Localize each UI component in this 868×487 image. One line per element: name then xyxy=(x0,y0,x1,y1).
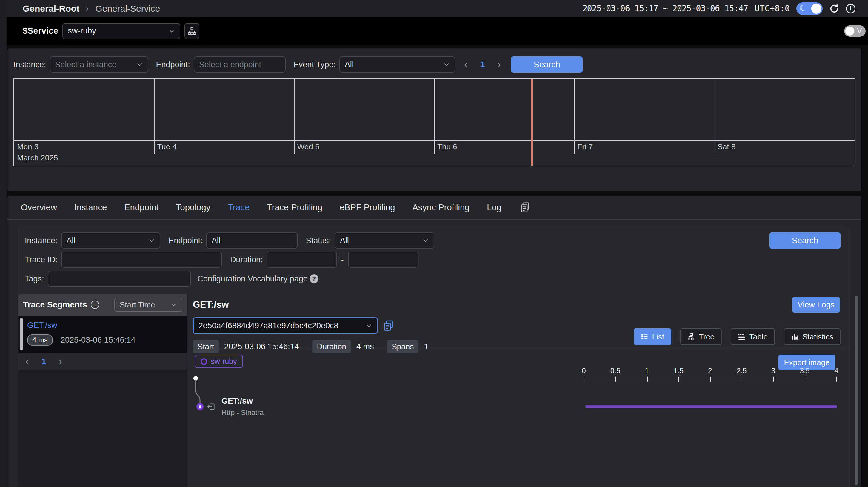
event-type-select[interactable]: All xyxy=(339,56,455,73)
tab-async-profiling[interactable]: Async Profiling xyxy=(412,203,469,212)
tags-input[interactable] xyxy=(48,271,191,287)
calendar-day-gridline xyxy=(574,79,575,154)
chevron-down-icon xyxy=(366,322,372,329)
skywalking-app: General-Root › General-Service 2025-03-0… xyxy=(0,0,868,487)
info-icon[interactable]: i xyxy=(91,300,99,309)
view-logs-button[interactable]: View Logs xyxy=(792,297,840,313)
ruler-tick-mark xyxy=(805,377,805,381)
help-icon[interactable]: ? xyxy=(310,274,318,283)
trace-title: GET:/sw xyxy=(193,299,229,310)
span-bar-track xyxy=(585,405,837,408)
event-page-number[interactable]: 1 xyxy=(480,60,485,69)
trace-filter-row-3: Tags: Configuration Vocabulary page ? xyxy=(25,271,849,287)
ruler-tick-label: 0 xyxy=(582,367,586,375)
service-select[interactable]: sw-ruby xyxy=(62,23,180,39)
view-mode-tree-button[interactable]: Tree xyxy=(680,328,722,345)
span-node-circle[interactable] xyxy=(196,403,204,410)
endpoint-label: Endpoint: xyxy=(168,236,203,245)
calendar-day-gridline xyxy=(154,79,155,154)
version-toggle-label: V xyxy=(857,27,862,35)
status-label: Status: xyxy=(306,236,331,245)
event-filter-row: Instance: Select a instance Endpoint: Ev… xyxy=(13,56,861,73)
span-tree-area: sw-ruby Export image 00.511.522.533.54 xyxy=(193,349,849,487)
segments-empty-area xyxy=(18,371,187,487)
duration-label: Duration: xyxy=(230,255,263,264)
calendar-day-gridline xyxy=(715,79,715,154)
span-name[interactable]: GET:/sw xyxy=(221,397,253,406)
tree-icon xyxy=(687,333,695,341)
dark-mode-toggle[interactable]: ☾ xyxy=(796,2,823,15)
tab-trace[interactable]: Trace xyxy=(228,203,250,212)
event-instance-select[interactable]: Select a instance xyxy=(50,56,148,73)
tab-endpoint[interactable]: Endpoint xyxy=(124,203,159,212)
trace-id-label: Trace ID: xyxy=(25,255,58,264)
event-instance-placeholder: Select a instance xyxy=(55,60,117,69)
vocabulary-link[interactable]: Configuration Vocabulary page ? xyxy=(197,274,318,284)
trace-segments-list: GET:/sw 4 ms 2025-03-06 15:46:14 xyxy=(18,315,187,353)
trace-instance-select[interactable]: All xyxy=(61,232,160,249)
tab-instance[interactable]: Instance xyxy=(74,203,107,212)
service-legend-tag[interactable]: sw-ruby xyxy=(195,355,243,368)
tab-ebpf-profiling[interactable]: eBPF Profiling xyxy=(340,203,395,212)
trace-status-select[interactable]: All xyxy=(335,232,434,249)
prev-page-icon[interactable]: ‹ xyxy=(25,356,29,367)
trace-id-select[interactable]: 2e50a4f6884d497a81e97d5c4c20e0c8 xyxy=(193,317,378,334)
copy-dashboard-icon[interactable] xyxy=(520,202,530,213)
top-bar: General-Root › General-Service 2025-03-0… xyxy=(0,0,868,17)
duration-min-input[interactable] xyxy=(267,252,337,268)
segments-pagination: ‹ 1 › xyxy=(18,353,187,371)
tab-log[interactable]: Log xyxy=(487,203,501,212)
trace-instance-value: All xyxy=(67,236,75,245)
vertical-scrollbar[interactable] xyxy=(855,296,858,485)
hierarchy-icon xyxy=(188,27,196,35)
span-duration-bar[interactable] xyxy=(585,405,837,408)
trace-search-button[interactable]: Search xyxy=(770,232,841,249)
tab-trace-profiling[interactable]: Trace Profiling xyxy=(267,203,322,212)
event-type-value: All xyxy=(345,60,354,69)
sort-select[interactable]: Start Time xyxy=(114,297,182,312)
tab-overview[interactable]: Overview xyxy=(21,203,57,212)
moon-icon: ☾ xyxy=(799,4,806,13)
breadcrumb-current[interactable]: General-Service xyxy=(95,4,160,14)
info-icon[interactable]: i xyxy=(846,4,856,13)
trace-endpoint-input[interactable] xyxy=(206,232,298,249)
version-toggle[interactable]: V xyxy=(844,25,866,37)
segments-page-number[interactable]: 1 xyxy=(41,357,46,366)
selected-indicator xyxy=(20,318,23,350)
trace-split: Trace Segments i Start Time GET:/sw xyxy=(18,294,849,487)
event-endpoint-input[interactable] xyxy=(194,56,286,73)
tab-topology[interactable]: Topology xyxy=(176,203,211,212)
tags-label: Tags: xyxy=(25,274,44,284)
tabs: OverviewInstanceEndpointTopologyTraceTra… xyxy=(7,196,861,220)
time-range-picker[interactable]: 2025-03-06 15:17 ~ 2025-03-06 15:47 xyxy=(582,4,748,13)
view-mode-table-button[interactable]: Table xyxy=(731,328,775,345)
breadcrumb-separator-icon: › xyxy=(86,4,89,13)
calendar-month-label: March 2025 xyxy=(17,153,58,163)
event-pagination: ‹ 1 › xyxy=(464,59,501,70)
segment-name-link[interactable]: GET:/sw xyxy=(27,321,57,330)
prev-page-icon[interactable]: ‹ xyxy=(464,59,468,70)
instance-label: Instance: xyxy=(25,236,58,245)
service-hierarchy-button[interactable] xyxy=(184,23,199,39)
service-select-value: sw-ruby xyxy=(68,26,96,35)
duration-max-input[interactable] xyxy=(348,252,418,268)
ruler-tick-mark xyxy=(678,377,679,381)
view-mode-buttons: List Tree xyxy=(634,328,841,345)
list-icon xyxy=(641,333,649,341)
calendar-chart[interactable]: March 2025 Mon 3Tue 4Wed 5Thu 6Fri 7Sat … xyxy=(13,78,855,166)
refresh-icon[interactable] xyxy=(829,4,839,14)
view-mode-statistics-button[interactable]: Statistics xyxy=(784,328,841,345)
breadcrumb-root[interactable]: General-Root xyxy=(23,4,80,14)
main-panel: OverviewInstanceEndpointTopologyTraceTra… xyxy=(7,196,861,487)
copy-trace-id-icon[interactable] xyxy=(383,320,394,331)
next-page-icon[interactable]: › xyxy=(497,59,501,70)
trace-id-input[interactable] xyxy=(61,252,222,268)
event-search-button[interactable]: Search xyxy=(511,56,583,73)
next-page-icon[interactable]: › xyxy=(59,356,62,367)
chevron-down-icon xyxy=(148,237,155,244)
trace-segments-title: Trace Segments xyxy=(23,300,87,310)
trace-segment-item[interactable]: GET:/sw 4 ms 2025-03-06 15:46:14 xyxy=(18,318,187,350)
view-mode-list-button[interactable]: List xyxy=(634,328,671,345)
calendar-day-gridline xyxy=(434,79,435,154)
calendar-day-gridline xyxy=(294,79,295,154)
